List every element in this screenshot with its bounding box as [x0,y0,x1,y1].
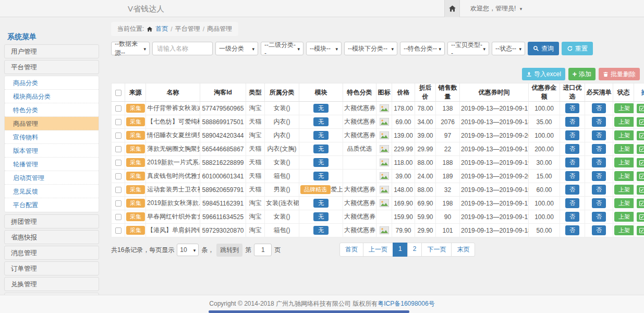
row-checkbox[interactable] [115,173,121,179]
sidebar-group[interactable]: 平台管理 [4,60,99,74]
sidebar-group[interactable]: 用户管理 [4,44,99,58]
sidebar-item[interactable]: 意见反馈 [5,185,99,198]
status-button[interactable]: 上架 [614,158,634,167]
edit-button[interactable] [637,117,644,127]
page-button[interactable]: 上一页 [363,243,393,257]
row-checkbox[interactable] [115,200,121,207]
edit-button[interactable] [637,212,644,222]
status-button[interactable]: 上架 [614,144,634,154]
must-buy-toggle-button[interactable]: 否 [592,158,606,167]
breadcrumb-item[interactable]: 平台管理 [175,25,200,33]
imported-toggle-button[interactable]: 否 [565,225,579,235]
must-buy-toggle-button[interactable]: 否 [592,144,606,154]
user-menu[interactable]: 欢迎您，管理员! [470,0,522,18]
filter-select[interactable]: --状态-- [492,42,525,55]
query-button[interactable]: 查询 [528,42,559,55]
row-checkbox[interactable] [115,133,121,139]
edit-button[interactable] [637,199,644,208]
edit-button[interactable] [637,172,644,181]
status-button[interactable]: 上架 [614,185,634,195]
status-button[interactable]: 上架 [614,130,634,140]
imported-toggle-button[interactable]: 否 [565,158,579,167]
page-button[interactable]: 2 [407,243,422,257]
sidebar-item[interactable]: 商品管理 [5,117,99,130]
row-checkbox[interactable] [115,227,121,234]
filter-select[interactable]: --宝贝类型-- [447,42,489,55]
status-button[interactable]: 上架 [614,103,634,113]
page-number-input[interactable] [254,244,272,256]
sidebar-sublist: 商品分类模块商品分类特色分类商品管理宣传物料版本管理轮播管理启动页管理意见反馈平… [4,76,99,212]
row-checkbox[interactable] [115,160,121,166]
status-button[interactable]: 上架 [614,212,634,222]
page-button[interactable]: 首页 [339,243,363,257]
imported-toggle-button[interactable]: 否 [565,130,579,140]
filter-select[interactable]: --特色分类-- [400,42,445,55]
sidebar-group[interactable]: 省惠快报 [4,230,99,244]
sidebar-group[interactable]: 拼团管理 [4,214,99,228]
row-checkbox[interactable] [115,187,121,193]
status-button[interactable]: 上架 [614,171,634,181]
batch-delete-button[interactable]: 批量删除 [599,68,640,80]
home-button[interactable] [444,0,460,17]
imported-toggle-button[interactable]: 否 [565,103,579,113]
status-button[interactable]: 上架 [614,117,634,127]
row-checkbox[interactable] [115,119,121,125]
imported-toggle-button[interactable]: 否 [565,144,579,154]
must-buy-toggle-button[interactable]: 否 [592,225,606,235]
imported-toggle-button[interactable]: 否 [565,171,579,181]
add-button[interactable]: + 添加 [568,68,596,80]
imported-toggle-button[interactable]: 否 [565,212,579,222]
sidebar-item[interactable]: 版本管理 [5,144,99,158]
must-buy-toggle-button[interactable]: 否 [592,212,606,222]
import-excel-button[interactable]: 导入excel [522,68,565,80]
imported-toggle-button[interactable]: 否 [565,117,579,127]
status-button[interactable]: 上架 [614,198,634,208]
edit-button[interactable] [637,145,644,154]
row-checkbox[interactable] [115,105,121,112]
page-button[interactable]: 1 [393,243,408,257]
table-row: 采集【港风】单肩斜跨链条...597293020870淘宝箱包()无大额优惠券7… [112,224,644,237]
edit-button[interactable] [637,131,644,140]
must-buy-toggle-button[interactable]: 否 [592,185,606,195]
must-buy-toggle-button[interactable]: 否 [592,198,606,208]
status-button[interactable]: 上架 [614,225,634,235]
jump-button[interactable]: 跳转到 [216,244,242,257]
page-button[interactable]: 末页 [451,243,475,257]
per-page-select[interactable]: 10 [177,244,199,256]
must-buy-toggle-button[interactable]: 否 [592,103,606,113]
source-cell: 采集 [125,210,146,224]
filter-select[interactable]: 一级分类 [215,42,258,55]
row-checkbox[interactable] [115,146,121,152]
horizontal-scrollbar-thumb[interactable] [209,310,409,313]
edit-button[interactable] [637,158,644,167]
sidebar-group[interactable]: 兑换管理 [4,277,99,291]
edit-button[interactable] [637,185,644,195]
sidebar-item[interactable]: 模块商品分类 [5,90,99,103]
sidebar-item[interactable]: 平台配置 [5,198,99,212]
sidebar-item[interactable]: 商品分类 [5,76,99,90]
edit-button[interactable] [637,104,644,113]
breadcrumb-home-link[interactable]: 首页 [155,25,168,33]
sidebar-item[interactable]: 特色分类 [5,103,99,117]
icp-link[interactable]: 粤ICP备16098006号 [378,300,434,307]
row-checkbox[interactable] [115,214,121,220]
page-button[interactable]: 下一页 [421,243,452,257]
sidebar-group[interactable]: 消息管理 [4,246,99,260]
must-buy-toggle-button[interactable]: 否 [592,117,606,127]
must-buy-toggle-button[interactable]: 否 [592,171,606,181]
name-search-input[interactable] [152,42,213,55]
sidebar-group[interactable]: 订单管理 [4,261,99,275]
filter-select[interactable]: --二级分类-- [261,42,303,55]
sidebar-item[interactable]: 宣传物料 [5,130,99,144]
sidebar-item[interactable]: 轮播管理 [5,158,99,171]
filter-select[interactable]: --模块下分类-- [344,42,397,55]
select-all-checkbox[interactable] [115,90,121,96]
must-buy-toggle-button[interactable]: 否 [592,130,606,140]
sidebar-item[interactable]: 启动页管理 [5,171,99,185]
filter-select[interactable]: --数据来源-- [111,42,150,55]
filter-select[interactable]: --模块-- [306,42,342,55]
imported-toggle-button[interactable]: 否 [565,185,579,195]
imported-toggle-button[interactable]: 否 [565,198,579,208]
reset-button[interactable]: 重置 [562,42,593,55]
edit-button[interactable] [637,226,644,235]
